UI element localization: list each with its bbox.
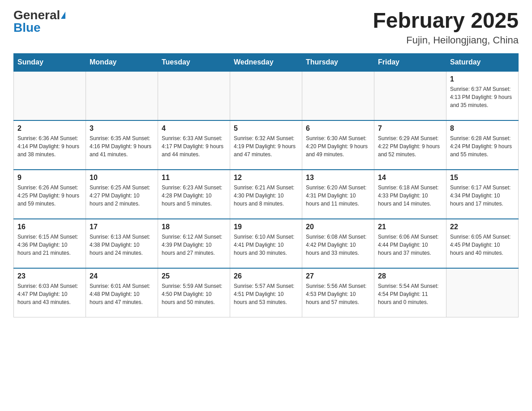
day-info: Sunrise: 6:25 AM Sunset: 4:27 PM Dayligh…	[90, 184, 154, 208]
calendar-cell: 9Sunrise: 6:26 AM Sunset: 4:25 PM Daylig…	[14, 170, 86, 219]
calendar-week-row: 23Sunrise: 6:03 AM Sunset: 4:47 PM Dayli…	[14, 268, 519, 317]
calendar-cell: 21Sunrise: 6:06 AM Sunset: 4:44 PM Dayli…	[374, 219, 446, 268]
day-number: 20	[306, 223, 370, 231]
day-number: 22	[450, 223, 515, 231]
day-info: Sunrise: 6:18 AM Sunset: 4:33 PM Dayligh…	[378, 184, 442, 208]
calendar-cell: 19Sunrise: 6:10 AM Sunset: 4:41 PM Dayli…	[230, 219, 302, 268]
col-header-friday: Friday	[374, 53, 446, 71]
calendar-cell	[86, 71, 158, 120]
day-info: Sunrise: 6:17 AM Sunset: 4:34 PM Dayligh…	[450, 184, 515, 208]
calendar-cell: 24Sunrise: 6:01 AM Sunset: 4:48 PM Dayli…	[86, 268, 158, 317]
calendar-cell: 20Sunrise: 6:08 AM Sunset: 4:42 PM Dayli…	[302, 219, 374, 268]
day-info: Sunrise: 6:35 AM Sunset: 4:16 PM Dayligh…	[90, 134, 154, 158]
calendar-cell	[158, 71, 230, 120]
col-header-sunday: Sunday	[14, 53, 86, 71]
day-number: 2	[17, 124, 82, 133]
day-info: Sunrise: 6:23 AM Sunset: 4:28 PM Dayligh…	[162, 184, 226, 208]
day-number: 12	[234, 174, 298, 182]
logo-triangle-icon	[61, 12, 65, 19]
logo: General Blue	[13, 9, 65, 34]
day-info: Sunrise: 5:57 AM Sunset: 4:51 PM Dayligh…	[234, 282, 298, 306]
day-number: 18	[162, 223, 226, 231]
calendar-cell: 2Sunrise: 6:36 AM Sunset: 4:14 PM Daylig…	[14, 120, 86, 170]
day-info: Sunrise: 6:33 AM Sunset: 4:17 PM Dayligh…	[162, 134, 226, 158]
day-info: Sunrise: 5:54 AM Sunset: 4:54 PM Dayligh…	[378, 282, 442, 306]
col-header-monday: Monday	[86, 53, 158, 71]
day-info: Sunrise: 6:12 AM Sunset: 4:39 PM Dayligh…	[162, 233, 226, 257]
page-header: General Blue February 2025 Fujin, Heilon…	[13, 9, 519, 46]
calendar-cell: 4Sunrise: 6:33 AM Sunset: 4:17 PM Daylig…	[158, 120, 230, 170]
calendar-week-row: 9Sunrise: 6:26 AM Sunset: 4:25 PM Daylig…	[14, 170, 519, 219]
calendar-cell: 6Sunrise: 6:30 AM Sunset: 4:20 PM Daylig…	[302, 120, 374, 170]
day-info: Sunrise: 6:15 AM Sunset: 4:36 PM Dayligh…	[17, 233, 82, 257]
calendar-cell	[14, 71, 86, 120]
calendar-cell: 17Sunrise: 6:13 AM Sunset: 4:38 PM Dayli…	[86, 219, 158, 268]
day-info: Sunrise: 6:26 AM Sunset: 4:25 PM Dayligh…	[17, 184, 82, 208]
calendar-cell: 26Sunrise: 5:57 AM Sunset: 4:51 PM Dayli…	[230, 268, 302, 317]
day-info: Sunrise: 5:59 AM Sunset: 4:50 PM Dayligh…	[162, 282, 226, 306]
calendar-week-row: 1Sunrise: 6:37 AM Sunset: 4:13 PM Daylig…	[14, 71, 519, 120]
day-number: 6	[306, 124, 370, 133]
day-info: Sunrise: 6:30 AM Sunset: 4:20 PM Dayligh…	[306, 134, 370, 158]
calendar-header-row: SundayMondayTuesdayWednesdayThursdayFrid…	[14, 53, 519, 71]
day-number: 27	[306, 272, 370, 280]
day-number: 11	[162, 174, 226, 182]
calendar-cell: 10Sunrise: 6:25 AM Sunset: 4:27 PM Dayli…	[86, 170, 158, 219]
day-info: Sunrise: 6:29 AM Sunset: 4:22 PM Dayligh…	[378, 134, 442, 158]
calendar-cell: 1Sunrise: 6:37 AM Sunset: 4:13 PM Daylig…	[446, 71, 519, 120]
calendar-cell: 25Sunrise: 5:59 AM Sunset: 4:50 PM Dayli…	[158, 268, 230, 317]
title-area: February 2025 Fujin, Heilongjiang, China	[373, 9, 519, 46]
calendar-cell: 3Sunrise: 6:35 AM Sunset: 4:16 PM Daylig…	[86, 120, 158, 170]
calendar-cell: 15Sunrise: 6:17 AM Sunset: 4:34 PM Dayli…	[446, 170, 519, 219]
col-header-saturday: Saturday	[446, 53, 519, 71]
col-header-tuesday: Tuesday	[158, 53, 230, 71]
day-number: 13	[306, 174, 370, 182]
calendar-cell	[446, 268, 519, 317]
day-info: Sunrise: 6:01 AM Sunset: 4:48 PM Dayligh…	[90, 282, 154, 306]
calendar-cell: 7Sunrise: 6:29 AM Sunset: 4:22 PM Daylig…	[374, 120, 446, 170]
day-number: 21	[378, 223, 442, 231]
day-info: Sunrise: 6:05 AM Sunset: 4:45 PM Dayligh…	[450, 233, 515, 257]
calendar-table: SundayMondayTuesdayWednesdayThursdayFrid…	[13, 53, 519, 318]
day-info: Sunrise: 6:08 AM Sunset: 4:42 PM Dayligh…	[306, 233, 370, 257]
day-number: 28	[378, 272, 442, 280]
day-info: Sunrise: 6:21 AM Sunset: 4:30 PM Dayligh…	[234, 184, 298, 208]
calendar-cell: 18Sunrise: 6:12 AM Sunset: 4:39 PM Dayli…	[158, 219, 230, 268]
day-number: 10	[90, 174, 154, 182]
day-info: Sunrise: 6:13 AM Sunset: 4:38 PM Dayligh…	[90, 233, 154, 257]
calendar-cell: 27Sunrise: 5:56 AM Sunset: 4:53 PM Dayli…	[302, 268, 374, 317]
calendar-cell: 5Sunrise: 6:32 AM Sunset: 4:19 PM Daylig…	[230, 120, 302, 170]
calendar-cell: 13Sunrise: 6:20 AM Sunset: 4:31 PM Dayli…	[302, 170, 374, 219]
calendar-cell: 8Sunrise: 6:28 AM Sunset: 4:24 PM Daylig…	[446, 120, 519, 170]
day-number: 9	[17, 174, 82, 182]
calendar-cell: 12Sunrise: 6:21 AM Sunset: 4:30 PM Dayli…	[230, 170, 302, 219]
day-number: 15	[450, 174, 515, 182]
day-number: 14	[378, 174, 442, 182]
day-info: Sunrise: 6:36 AM Sunset: 4:14 PM Dayligh…	[17, 134, 82, 158]
day-number: 16	[17, 223, 82, 231]
day-number: 17	[90, 223, 154, 231]
day-number: 23	[17, 272, 82, 280]
calendar-cell	[230, 71, 302, 120]
day-number: 26	[234, 272, 298, 280]
logo-general-text: General	[13, 9, 60, 21]
calendar-cell: 11Sunrise: 6:23 AM Sunset: 4:28 PM Dayli…	[158, 170, 230, 219]
day-number: 4	[162, 124, 226, 133]
day-info: Sunrise: 6:03 AM Sunset: 4:47 PM Dayligh…	[17, 282, 82, 306]
day-number: 19	[234, 223, 298, 231]
day-number: 8	[450, 124, 515, 133]
calendar-cell: 23Sunrise: 6:03 AM Sunset: 4:47 PM Dayli…	[14, 268, 86, 317]
day-info: Sunrise: 5:56 AM Sunset: 4:53 PM Dayligh…	[306, 282, 370, 306]
day-number: 25	[162, 272, 226, 280]
calendar-cell: 28Sunrise: 5:54 AM Sunset: 4:54 PM Dayli…	[374, 268, 446, 317]
day-info: Sunrise: 6:37 AM Sunset: 4:13 PM Dayligh…	[450, 85, 515, 109]
day-info: Sunrise: 6:28 AM Sunset: 4:24 PM Dayligh…	[450, 134, 515, 158]
col-header-thursday: Thursday	[302, 53, 374, 71]
calendar-cell: 16Sunrise: 6:15 AM Sunset: 4:36 PM Dayli…	[14, 219, 86, 268]
calendar-week-row: 2Sunrise: 6:36 AM Sunset: 4:14 PM Daylig…	[14, 120, 519, 170]
day-number: 1	[450, 75, 515, 83]
calendar-week-row: 16Sunrise: 6:15 AM Sunset: 4:36 PM Dayli…	[14, 219, 519, 268]
day-info: Sunrise: 6:06 AM Sunset: 4:44 PM Dayligh…	[378, 233, 442, 257]
month-title: February 2025	[373, 9, 519, 33]
day-number: 7	[378, 124, 442, 133]
